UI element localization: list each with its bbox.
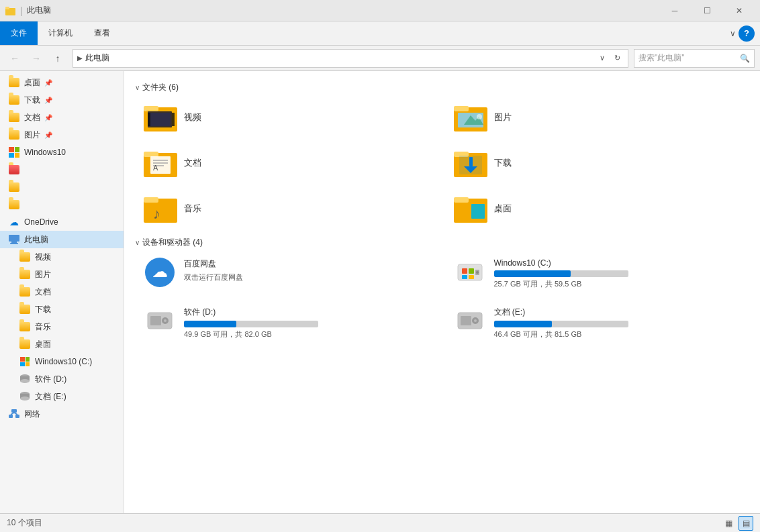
sidebar: 桌面 📌 下载 📌 文档 📌 图片 📌 bbox=[0, 71, 124, 513]
sidebar-item-network[interactable]: 网络 bbox=[0, 405, 124, 423]
drive-item-baidu[interactable]: ☁ 百度网盘 双击运行百度网盘 bbox=[135, 252, 440, 295]
sidebar-item-onedrive[interactable]: ☁ OneDrive bbox=[0, 213, 124, 231]
folder-item-downloads[interactable]: 下载 bbox=[445, 143, 750, 183]
svg-rect-49 bbox=[469, 268, 474, 274]
help-button[interactable]: ? bbox=[739, 25, 755, 42]
ribbon-expand-icon[interactable]: ∨ bbox=[730, 29, 736, 38]
sidebar-item-folder2[interactable] bbox=[0, 178, 124, 196]
drive-item-win10c[interactable]: Windows10 (C:) 25.7 GB 可用，共 59.5 GB bbox=[445, 252, 750, 295]
svg-text:A: A bbox=[153, 164, 158, 172]
win10c-drive-name: Windows10 (C:) bbox=[494, 258, 741, 268]
sidebar-label-downloads: 下载 bbox=[24, 95, 40, 106]
svg-rect-48 bbox=[462, 268, 467, 274]
forward-button[interactable]: → bbox=[27, 49, 46, 68]
drives-grid: ☁ 百度网盘 双击运行百度网盘 bbox=[135, 252, 749, 345]
folder-icon bbox=[19, 321, 31, 333]
drive-item-softd[interactable]: 软件 (D:) 49.9 GB 可用，共 82.0 GB bbox=[135, 301, 440, 345]
sidebar-item-thispc[interactable]: 此电脑 bbox=[0, 231, 124, 248]
folders-section-header[interactable]: ∨ 文件夹 (6) bbox=[135, 82, 749, 93]
doce-drive-icon bbox=[454, 307, 486, 335]
address-path-text: 此电脑 bbox=[85, 52, 109, 64]
sidebar-item-win10c[interactable]: Windows10 (C:) bbox=[0, 353, 124, 370]
svg-rect-1 bbox=[5, 7, 9, 9]
maximize-button[interactable]: ☐ bbox=[692, 0, 722, 21]
sidebar-label-pictures2: 图片 bbox=[35, 269, 51, 280]
svg-rect-38 bbox=[469, 157, 473, 166]
minimize-button[interactable]: ─ bbox=[659, 0, 690, 21]
svg-line-14 bbox=[11, 413, 14, 415]
sidebar-label-thispc: 此电脑 bbox=[24, 234, 48, 246]
folder-item-documents[interactable]: A 文档 bbox=[135, 143, 440, 183]
svg-rect-3 bbox=[11, 242, 17, 243]
sidebar-label-documents2: 文档 bbox=[35, 286, 51, 298]
ribbon-tab-view[interactable]: 查看 bbox=[83, 21, 121, 45]
sidebar-item-folder3[interactable] bbox=[0, 196, 124, 213]
folder-label-music: 音乐 bbox=[184, 203, 201, 215]
back-button[interactable]: ← bbox=[5, 49, 24, 68]
folder-icon-music: ♪ bbox=[144, 195, 176, 223]
softd-bar-bg bbox=[184, 321, 318, 327]
pin-icon-documents: 📌 bbox=[44, 114, 52, 121]
baidu-drive-info: 百度网盘 双击运行百度网盘 bbox=[184, 258, 431, 282]
svg-point-63 bbox=[474, 319, 477, 322]
doce-drive-name: 文档 (E:) bbox=[494, 307, 741, 318]
win10c-bar-bg bbox=[494, 270, 628, 277]
folder-icon bbox=[8, 94, 20, 106]
close-button[interactable]: ✕ bbox=[724, 0, 755, 21]
sidebar-label-documents: 文档 bbox=[24, 112, 40, 123]
onedrive-icon: ☁ bbox=[8, 216, 20, 228]
folder-item-music[interactable]: ♪ 音乐 bbox=[135, 189, 440, 229]
svg-rect-11 bbox=[11, 409, 17, 413]
sidebar-item-doce[interactable]: 文档 (E:) bbox=[0, 388, 124, 405]
title-bar-left: | 此电脑 bbox=[5, 5, 51, 16]
sidebar-item-folder1[interactable] bbox=[0, 161, 124, 178]
address-refresh-button[interactable]: ↻ bbox=[610, 51, 624, 66]
disk-e-icon bbox=[19, 390, 31, 403]
doce-bar-bg bbox=[494, 321, 628, 327]
up-button[interactable]: ↑ bbox=[48, 49, 67, 68]
sidebar-item-documents[interactable]: 文档 📌 bbox=[0, 109, 124, 126]
sidebar-item-documents2[interactable]: 文档 bbox=[0, 283, 124, 301]
windows10-icon bbox=[8, 146, 20, 158]
folders-grid: 视频 图片 bbox=[135, 97, 749, 229]
folder-icon bbox=[8, 76, 20, 89]
doce-drive-size: 46.4 GB 可用，共 81.5 GB bbox=[494, 329, 741, 339]
sidebar-item-desktop2[interactable]: 桌面 bbox=[0, 335, 124, 353]
sidebar-label-win10c: Windows10 (C:) bbox=[35, 357, 92, 366]
softd-drive-icon bbox=[144, 307, 176, 335]
search-icon[interactable]: 🔍 bbox=[740, 54, 750, 63]
sidebar-item-pictures[interactable]: 图片 📌 bbox=[0, 126, 124, 144]
svg-line-15 bbox=[14, 413, 17, 415]
sidebar-item-windows10[interactable]: Windows10 bbox=[0, 144, 124, 161]
search-box[interactable]: 搜索"此电脑" 🔍 bbox=[634, 49, 755, 68]
folder-item-videos[interactable]: 视频 bbox=[135, 97, 440, 138]
address-bar[interactable]: ▶ 此电脑 ∨ ↻ bbox=[73, 49, 628, 68]
folder-item-desktop[interactable]: 桌面 bbox=[445, 189, 750, 229]
drive-item-doce[interactable]: 文档 (E:) 46.4 GB 可用，共 81.5 GB bbox=[445, 301, 750, 345]
svg-rect-13 bbox=[15, 415, 19, 418]
sidebar-item-downloads2[interactable]: 下载 bbox=[0, 301, 124, 318]
sidebar-item-music[interactable]: 音乐 bbox=[0, 318, 124, 335]
folder-icon-downloads bbox=[454, 149, 486, 177]
folder-item-pictures[interactable]: 图片 bbox=[445, 97, 750, 138]
drives-section-header[interactable]: ∨ 设备和驱动器 (4) bbox=[135, 237, 749, 248]
address-dropdown-button[interactable]: ∨ bbox=[596, 51, 609, 66]
sidebar-item-videos[interactable]: 视频 bbox=[0, 248, 124, 266]
baidu-drive-subtitle: 双击运行百度网盘 bbox=[184, 272, 431, 282]
svg-point-7 bbox=[20, 379, 30, 383]
view-list-button[interactable]: ▤ bbox=[739, 516, 753, 531]
sidebar-item-softd[interactable]: 软件 (D:) bbox=[0, 370, 124, 388]
sidebar-item-pictures2[interactable]: 图片 bbox=[0, 266, 124, 283]
sidebar-item-downloads[interactable]: 下载 📌 bbox=[0, 91, 124, 109]
ribbon-tab-file[interactable]: 文件 bbox=[0, 21, 38, 45]
view-grid-button[interactable]: ▦ bbox=[721, 516, 736, 531]
win10c-bar-fill bbox=[494, 270, 571, 277]
svg-rect-51 bbox=[469, 275, 474, 279]
ribbon-tab-computer[interactable]: 计算机 bbox=[38, 21, 83, 45]
drives-section-title: 设备和驱动器 (4) bbox=[142, 237, 203, 248]
folder-icon-documents: A bbox=[144, 149, 176, 177]
svg-text:♪: ♪ bbox=[153, 205, 160, 222]
doce-bar-fill bbox=[494, 321, 552, 327]
sidebar-item-desktop[interactable]: 桌面 📌 bbox=[0, 74, 124, 91]
svg-rect-29 bbox=[144, 152, 158, 157]
